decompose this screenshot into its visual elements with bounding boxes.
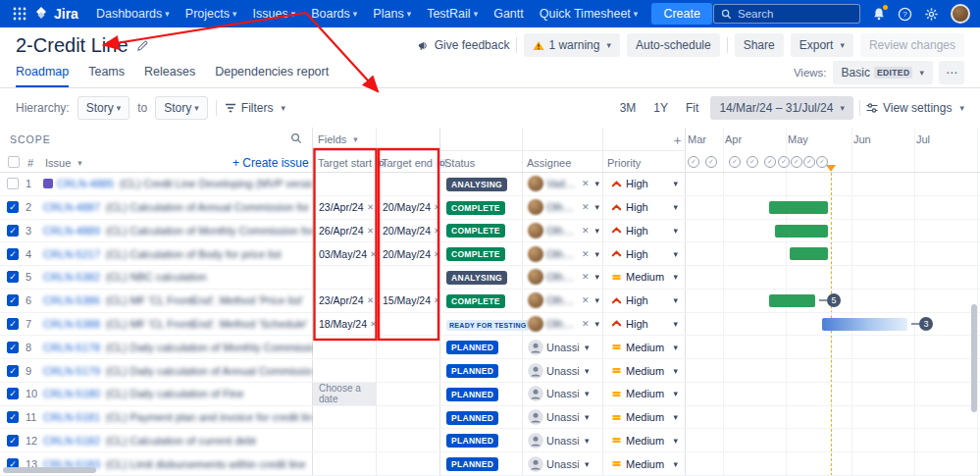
row-checkbox[interactable]: ✓ (0, 271, 26, 283)
status-cell[interactable]: PLANNED (440, 340, 523, 354)
sprint-check-icon[interactable]: ✓ (729, 156, 741, 168)
sprint-check-icon[interactable]: ✓ (764, 156, 776, 168)
target-end-cell[interactable]: 20/May/24✕ (377, 196, 440, 219)
status-cell[interactable]: ANALYSING (440, 270, 523, 285)
target-start-cell[interactable]: Choose a date (313, 383, 377, 405)
target-end-cell[interactable] (377, 359, 440, 382)
assignee-cell[interactable]: Olh…✕▾ (523, 269, 603, 285)
row-checkbox[interactable]: ✓ (0, 342, 26, 353)
zoom-fit-button[interactable]: Fit (680, 97, 704, 119)
issue-key[interactable]: CRLN-5217 (43, 248, 106, 260)
assignee-cell[interactable]: Olh…✕▾ (523, 199, 603, 215)
priority-cell[interactable]: High▾ (603, 225, 686, 237)
vertical-scrollbar[interactable] (971, 304, 977, 412)
issue-key[interactable]: CRLN-5178 (43, 342, 106, 353)
clear-assignee-icon[interactable]: ✕ (582, 272, 590, 282)
row-checkbox[interactable]: ✓ (0, 411, 26, 423)
issue-summary[interactable]: (CL) Calculation of Body for price list (106, 248, 313, 260)
target-end-cell[interactable] (377, 266, 440, 289)
nav-menu-dashboards[interactable]: Dashboards▾ (88, 2, 178, 26)
timeline-cell[interactable] (686, 242, 980, 265)
assignee-cell[interactable]: Olh…✕▾ (523, 316, 603, 332)
notifications-bell-icon[interactable] (872, 7, 886, 21)
target-start-cell[interactable] (313, 429, 377, 451)
export-button[interactable]: Export▾ (791, 33, 853, 57)
clear-assignee-icon[interactable]: ✕ (582, 249, 590, 259)
priority-cell[interactable]: High▾ (603, 201, 686, 213)
timeline-cell[interactable]: 5 (686, 290, 980, 312)
target-end-cell[interactable] (377, 336, 440, 358)
status-cell[interactable]: ANALYSING (440, 177, 523, 191)
issue-summary[interactable]: (CL) Daily calculation of Annual Commiss… (106, 365, 313, 377)
timeline-cell[interactable] (686, 429, 980, 451)
target-end-cell[interactable]: 20/May/24✕ (377, 220, 440, 242)
issue-summary[interactable]: (CL) Calculation of Annual Commission fo… (106, 201, 313, 213)
gantt-bar[interactable] (769, 201, 828, 214)
timeline-cell[interactable] (686, 406, 980, 429)
status-cell[interactable]: PLANNED (440, 456, 523, 471)
timeline-cell[interactable] (686, 383, 980, 405)
gantt-bar[interactable] (822, 318, 907, 331)
issue-key[interactable]: CRLN-4885 (57, 178, 120, 189)
status-cell[interactable]: COMPLETE (440, 246, 523, 261)
edit-title-pencil-icon[interactable] (136, 39, 149, 52)
row-checkbox[interactable]: ✓ (0, 248, 26, 260)
select-all-checkbox[interactable] (8, 156, 20, 168)
assignee-cell[interactable]: Olh…✕▾ (523, 223, 603, 238)
help-icon[interactable]: ? (898, 7, 912, 22)
give-feedback-link[interactable]: Give feedback (417, 38, 510, 52)
status-column-header[interactable]: Status (444, 157, 475, 169)
assignee-cell[interactable]: Unassign…▾ (523, 363, 603, 379)
tab-dependencies-report[interactable]: Dependencies report (215, 65, 329, 87)
assignee-cell[interactable]: Olh…✕▾ (523, 246, 603, 262)
issue-summary[interactable]: (CL) Calculation of Monthly Commission f… (106, 225, 313, 237)
target-end-cell[interactable] (377, 313, 440, 336)
row-checkbox[interactable] (0, 178, 26, 189)
target-start-cell[interactable]: 23/Apr/24✕ (313, 196, 377, 219)
issue-summary[interactable]: (CL) MF 'CL FrontEnd'. Method 'Schedule' (106, 318, 313, 330)
sprint-check-icon[interactable]: ✓ (705, 156, 717, 168)
hierarchy-from-select[interactable]: Story▾ (77, 96, 130, 120)
assignee-column-header[interactable]: Assignee (527, 157, 571, 169)
status-cell[interactable]: PLANNED (440, 410, 523, 425)
clear-assignee-icon[interactable]: ✕ (582, 179, 590, 188)
timeline-cell[interactable] (686, 266, 980, 289)
views-selector-button[interactable]: Basic EDITED ▾ (833, 61, 933, 84)
issue-summary[interactable]: (CL) Credit Line Developing (MVP version… (120, 178, 313, 189)
status-cell[interactable]: PLANNED (440, 387, 523, 401)
target-start-cell[interactable] (313, 266, 377, 289)
review-changes-button[interactable]: Review changes (860, 33, 964, 57)
nav-menu-projects[interactable]: Projects▾ (178, 2, 245, 26)
issue-key[interactable]: CRLN-5382 (43, 271, 106, 283)
view-settings-dropdown[interactable]: View settings▾ (866, 101, 964, 115)
status-cell[interactable]: COMPLETE (440, 223, 523, 238)
sprint-check-icon[interactable]: ✓ (747, 156, 758, 168)
assignee-cell[interactable]: Unassign…▾ (523, 456, 603, 472)
priority-cell[interactable]: High▾ (603, 248, 686, 260)
create-button[interactable]: Create (651, 3, 712, 25)
timeline-cell[interactable] (686, 196, 980, 219)
issue-summary[interactable]: (CL) Daily calculation of Monthly Commis… (106, 342, 313, 353)
target-start-cell[interactable]: 03/May/24✕ (313, 242, 377, 265)
issue-summary[interactable]: (CL) Limit disbursements within credit l… (106, 458, 313, 470)
zoom-3m-button[interactable]: 3M (614, 97, 643, 119)
horizontal-scrollbar[interactable] (3, 467, 96, 473)
assignee-cell[interactable]: Olh…✕▾ (523, 292, 603, 308)
fields-dropdown[interactable]: Fields▾ (318, 133, 358, 145)
issue-summary[interactable]: (CL) Payment plan and invoice for credit… (106, 411, 313, 423)
target-start-cell[interactable] (313, 406, 377, 429)
clear-date-icon[interactable]: ✕ (367, 202, 374, 212)
target-start-cell[interactable] (313, 452, 377, 475)
target-start-cell[interactable]: 26/Apr/24✕ (313, 220, 377, 242)
priority-cell[interactable]: Medium▾ (603, 411, 686, 423)
issue-summary[interactable]: (CL) MF 'CL FrontEnd'. Method 'Price lis… (106, 294, 313, 306)
tab-roadmap[interactable]: Roadmap (16, 65, 69, 87)
assignee-cell[interactable]: Unassign…▾ (523, 433, 603, 449)
zoom-1y-button[interactable]: 1Y (647, 97, 674, 119)
date-range-button[interactable]: 14/Mar/24 – 31/Jul/24▾ (710, 96, 853, 120)
nav-menu-gantt[interactable]: Gantt (486, 2, 532, 26)
issue-summary[interactable]: (CL) Calculation of current debt (106, 435, 313, 447)
issue-key[interactable]: CRLN-4887 (43, 201, 106, 213)
dependency-badge[interactable]: 3 (911, 318, 933, 331)
status-cell[interactable]: COMPLETE (440, 200, 523, 215)
